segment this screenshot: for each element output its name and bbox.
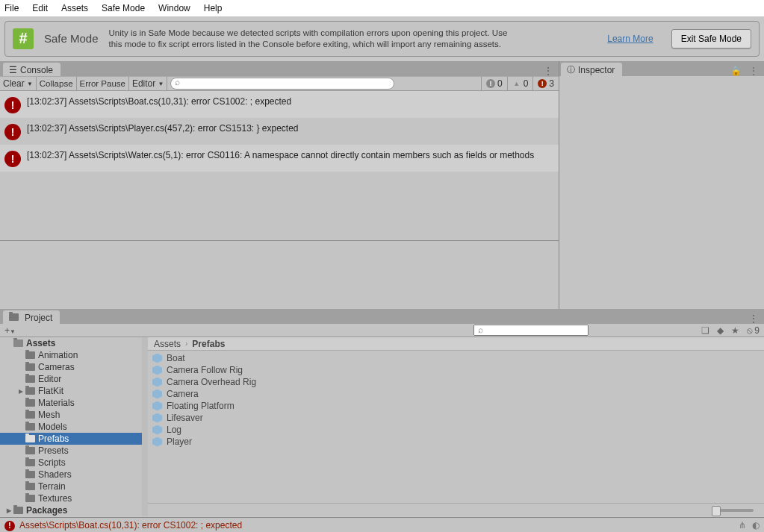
error-icon: ! bbox=[4, 521, 15, 531]
tree-item[interactable]: Materials bbox=[0, 397, 142, 409]
tab-inspector[interactable]: ⓘ Inspector bbox=[561, 63, 622, 76]
folder-icon bbox=[25, 483, 35, 490]
menu-safemode[interactable]: Safe Mode bbox=[102, 3, 145, 13]
tree-item-label: Textures bbox=[38, 493, 72, 504]
tree-item[interactable]: Presets bbox=[0, 445, 142, 457]
tree-item[interactable]: ▸Packages bbox=[0, 504, 142, 516]
tree-item[interactable]: Textures bbox=[0, 492, 142, 504]
exit-safe-mode-button[interactable]: Exit Safe Mode bbox=[671, 29, 751, 48]
expand-toggle-icon[interactable]: ▸ bbox=[16, 386, 25, 396]
dropdown-icon: ▼ bbox=[158, 81, 164, 87]
prefab-icon bbox=[152, 354, 162, 363]
status-bar[interactable]: ! Assets\Scripts\Boat.cs(10,31): error C… bbox=[0, 517, 764, 532]
prefab-icon bbox=[152, 401, 162, 411]
inspector-tab-label: Inspector bbox=[578, 65, 615, 75]
console-message-text: [13:02:37] Assets\Scripts\Boat.cs(10,31)… bbox=[27, 96, 291, 107]
save-search-button[interactable]: ★ bbox=[727, 325, 742, 336]
asset-item[interactable]: Floating Platform bbox=[152, 400, 760, 412]
tree-item[interactable]: Models bbox=[0, 421, 142, 433]
console-message-row[interactable]: ! [13:02:37] Assets\Scripts\Boat.cs(10,3… bbox=[0, 91, 559, 118]
console-warn-count-toggle[interactable]: ▲0 bbox=[507, 77, 533, 90]
console-collapse-button[interactable]: Collapse bbox=[37, 77, 77, 90]
tree-item[interactable]: Mesh bbox=[0, 409, 142, 421]
menu-help[interactable]: Help bbox=[204, 3, 223, 13]
hidden-packages-toggle[interactable]: ⦸9 bbox=[742, 325, 764, 336]
chevron-right-icon: › bbox=[185, 339, 187, 348]
tree-item-label: Mesh bbox=[38, 410, 60, 420]
tab-project[interactable]: Project bbox=[3, 310, 60, 324]
lock-icon[interactable]: 🔒 bbox=[730, 66, 742, 76]
folder-icon bbox=[25, 351, 35, 359]
menu-edit[interactable]: Edit bbox=[32, 3, 48, 13]
folder-icon bbox=[25, 471, 35, 478]
tree-item-label: Editor bbox=[38, 374, 61, 384]
tree-item[interactable]: Assets bbox=[0, 337, 142, 349]
folder-icon bbox=[25, 411, 35, 419]
console-message-row[interactable]: ! [13:02:37] Assets\Scripts\Player.cs(45… bbox=[0, 118, 559, 145]
console-info-count-toggle[interactable]: !0 bbox=[481, 77, 507, 90]
breadcrumb-root[interactable]: Assets bbox=[154, 339, 181, 349]
tree-item-label: Scripts bbox=[38, 457, 66, 468]
thumbnail-size-slider[interactable] bbox=[712, 509, 754, 512]
tab-console[interactable]: ☰ Console bbox=[3, 63, 60, 76]
project-add-button[interactable]: +▼ bbox=[0, 325, 20, 336]
info-icon: ⓘ bbox=[567, 64, 575, 75]
console-editor-dropdown[interactable]: Editor ▼ bbox=[129, 77, 167, 90]
tree-item[interactable]: Editor bbox=[0, 373, 142, 385]
menu-assets[interactable]: Assets bbox=[61, 3, 88, 13]
info-icon: ! bbox=[486, 79, 495, 88]
tree-item[interactable]: Prefabs bbox=[0, 433, 142, 445]
project-search-input[interactable] bbox=[473, 325, 588, 336]
asset-item[interactable]: Camera Follow Rig bbox=[152, 364, 760, 376]
prefab-icon bbox=[152, 389, 162, 399]
console-clear-button[interactable]: Clear ▼ bbox=[0, 77, 37, 90]
asset-item[interactable]: Camera Overhead Rig bbox=[152, 376, 760, 388]
notifications-icon[interactable]: ⋔ bbox=[739, 520, 746, 531]
tree-item[interactable]: Terrain bbox=[0, 481, 142, 492]
banner-message: Unity is in Safe Mode because we detecte… bbox=[109, 28, 512, 50]
folder-icon bbox=[25, 399, 35, 407]
tree-item-label: Materials bbox=[38, 398, 75, 408]
tree-item[interactable]: Scripts bbox=[0, 457, 142, 469]
activity-icon[interactable]: ◐ bbox=[752, 520, 760, 531]
tree-item-label: Models bbox=[38, 422, 67, 432]
console-search-input[interactable] bbox=[170, 78, 394, 90]
asset-item-label: Camera bbox=[167, 389, 199, 399]
menu-file[interactable]: File bbox=[4, 3, 19, 13]
project-folder-tree[interactable]: AssetsAnimationCamerasEditor▸FlatKitMate… bbox=[0, 337, 148, 516]
safe-mode-banner: # Safe Mode Unity is in Safe Mode becaus… bbox=[4, 21, 760, 57]
asset-item[interactable]: Player bbox=[152, 436, 760, 448]
tree-item[interactable]: ▸FlatKit bbox=[0, 385, 142, 397]
asset-item[interactable]: Boat bbox=[152, 352, 760, 364]
breadcrumb-current: Prefabs bbox=[192, 339, 225, 349]
panel-menu-icon[interactable]: ⋮ bbox=[544, 66, 553, 76]
tree-item[interactable]: Cameras bbox=[0, 361, 142, 373]
project-breadcrumb[interactable]: Assets › Prefabs bbox=[148, 337, 764, 351]
console-message-row[interactable]: ! [13:02:37] Assets\Scripts\Water.cs(5,1… bbox=[0, 145, 559, 172]
console-tab-label: Console bbox=[20, 65, 53, 75]
warning-icon: ▲ bbox=[512, 79, 521, 88]
tree-item[interactable]: Animation bbox=[0, 349, 142, 361]
search-by-type-button[interactable]: ❏ bbox=[698, 325, 712, 336]
asset-item-label: Boat bbox=[167, 353, 185, 363]
panel-menu-icon[interactable]: ⋮ bbox=[749, 66, 758, 76]
error-icon: ! bbox=[4, 97, 21, 113]
menu-window[interactable]: Window bbox=[158, 3, 190, 13]
tree-item[interactable]: Shaders bbox=[0, 469, 142, 481]
prefab-icon bbox=[152, 378, 162, 387]
folder-icon bbox=[25, 447, 35, 454]
prefab-icon bbox=[152, 366, 162, 375]
expand-toggle-icon[interactable]: ▸ bbox=[4, 505, 13, 516]
console-error-pause-button[interactable]: Error Pause bbox=[77, 77, 129, 90]
console-error-count-toggle[interactable]: !3 bbox=[532, 77, 559, 90]
search-by-label-button[interactable]: ◆ bbox=[712, 325, 727, 336]
tree-item-label: Animation bbox=[38, 350, 78, 360]
console-detail-pane bbox=[0, 240, 559, 309]
asset-item[interactable]: Lifesaver bbox=[152, 412, 760, 424]
learn-more-link[interactable]: Learn More bbox=[607, 34, 653, 44]
asset-item[interactable]: Camera bbox=[152, 388, 760, 400]
panel-menu-icon[interactable]: ⋮ bbox=[749, 313, 758, 324]
prefab-icon bbox=[152, 437, 162, 447]
tree-item-label: Shaders bbox=[38, 469, 72, 480]
asset-item[interactable]: Log bbox=[152, 424, 760, 436]
